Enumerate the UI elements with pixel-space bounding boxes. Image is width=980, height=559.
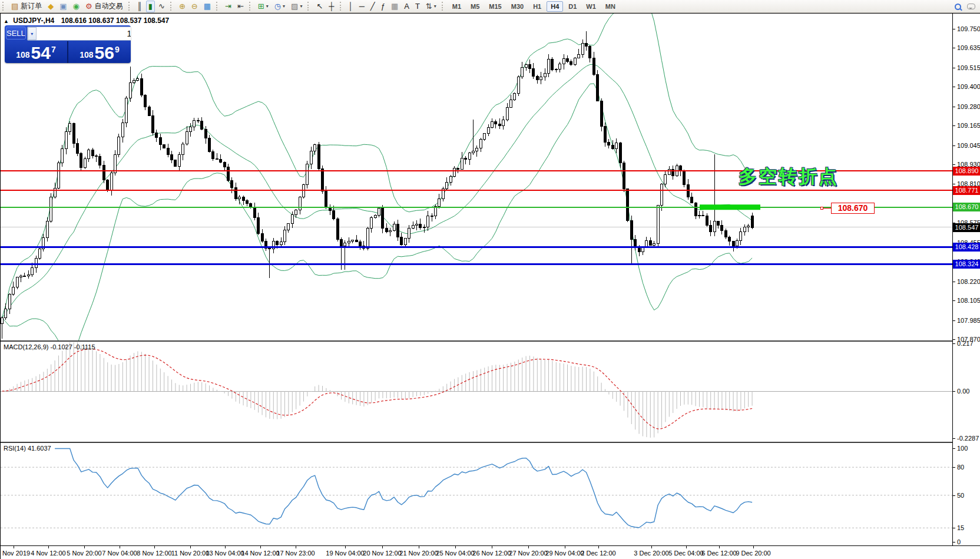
panel-separator-rsi[interactable] <box>1 442 980 443</box>
fibonacci-button[interactable]: ƒ <box>379 1 388 12</box>
tile-windows-button[interactable]: ▦ <box>201 1 213 12</box>
collapse-arrow-icon[interactable]: ▲ <box>4 18 9 24</box>
timeframe-h4-button[interactable]: H4 <box>547 1 563 12</box>
candle-body <box>355 240 357 242</box>
time-tick-label: 2 Dec 12:00 <box>581 550 615 557</box>
candle-body <box>529 65 531 68</box>
candle-body <box>204 130 207 138</box>
zoom-in-button[interactable]: ⊕ <box>177 1 188 12</box>
community-chat-icon[interactable] <box>967 4 975 9</box>
chart-shift-button[interactable]: ⇤ <box>235 1 246 12</box>
templates-button[interactable]: ▨▾ <box>289 1 304 12</box>
candle-body <box>555 70 557 70</box>
price-tick-label: 109.280 <box>957 103 980 110</box>
candle-body <box>310 151 312 164</box>
text-button[interactable]: A <box>402 1 412 12</box>
volume-stepper: ▾ ▴ <box>27 27 131 41</box>
chart-title: ▲ USDJPY-,H4 108.616 108.637 108.537 108… <box>4 16 169 25</box>
timeframe-m15-button[interactable]: M15 <box>485 1 505 12</box>
sell-price[interactable]: 108 54 7 <box>5 41 68 63</box>
price-tick-label: 109.635 <box>957 44 980 51</box>
candle-body <box>435 206 437 216</box>
rsi-panel-canvas[interactable] <box>1 444 952 545</box>
horizontal-line-icon: ─ <box>359 2 365 10</box>
data-window-icon: ▣ <box>59 2 67 10</box>
macd-histogram-bar <box>43 372 44 391</box>
time-tick <box>296 546 296 548</box>
horizontal-line-button[interactable]: ─ <box>357 1 367 12</box>
timeframe-m30-button[interactable]: M30 <box>507 1 528 12</box>
sell-button[interactable]: SELL <box>6 27 26 39</box>
time-axis[interactable]: 1 Nov 20194 Nov 12:005 Nov 20:007 Nov 04… <box>1 546 980 559</box>
auto-trading-button[interactable]: ⚙自动交易 <box>83 1 125 12</box>
candle-body <box>27 274 29 276</box>
trendline-button[interactable]: ╱ <box>368 1 378 12</box>
timeframe-m5-button[interactable]: M5 <box>466 1 484 12</box>
vertical-line-button[interactable]: │ <box>346 1 356 12</box>
templates-dropdown-icon[interactable]: ▾ <box>300 4 302 9</box>
periods-dropdown-icon[interactable]: ▾ <box>283 4 285 9</box>
time-tick <box>651 546 652 548</box>
axis-tick <box>953 339 955 340</box>
text-label-button[interactable]: T <box>413 1 422 12</box>
arrows-dropdown-icon[interactable]: ▾ <box>434 4 436 9</box>
price-tag: 108.428 <box>953 243 980 252</box>
timeframe-d1-button[interactable]: D1 <box>564 1 581 12</box>
new-order-button[interactable]: ▤新订单 <box>9 1 44 12</box>
macd-panel-canvas[interactable] <box>1 342 952 442</box>
timeframe-mn-button[interactable]: MN <box>601 1 620 12</box>
support-highlight-zone[interactable] <box>700 204 760 210</box>
macd-histogram-bar <box>696 391 696 406</box>
candle-body <box>491 122 494 128</box>
zoom-out-button[interactable]: ⊖ <box>189 1 200 12</box>
volume-input[interactable] <box>37 27 131 40</box>
cycle-lines-button[interactable]: ▦ <box>389 1 400 12</box>
market-watch-button[interactable]: ◆ <box>45 1 56 12</box>
new-chart-dropdown-icon[interactable]: ▾ <box>266 4 269 9</box>
price-tag: 108.547 <box>953 223 980 232</box>
crosshair-button[interactable]: ┼ <box>326 1 336 12</box>
volume-decrease-button[interactable]: ▾ <box>28 27 37 40</box>
candle-body <box>378 209 380 215</box>
candle-body <box>559 64 561 70</box>
candle-body <box>517 77 519 93</box>
bar-chart-button[interactable]: ║ <box>135 1 145 12</box>
periods-button[interactable]: ◷▾ <box>272 1 287 12</box>
new-chart-button[interactable]: ⊞▾ <box>256 1 271 12</box>
arrows-button[interactable]: ⇅▾ <box>423 1 439 12</box>
candle-body <box>668 169 670 174</box>
time-tick <box>492 546 492 548</box>
price-level-callout[interactable]: 108.670 <box>831 203 875 214</box>
auto-scroll-button[interactable]: ⇥ <box>223 1 234 12</box>
macd-histogram-bar <box>32 378 32 391</box>
time-tick <box>190 546 191 548</box>
candle-body <box>366 228 369 248</box>
timeframe-m1-button[interactable]: M1 <box>448 1 465 12</box>
candle-body <box>16 277 18 287</box>
price-tick-label: 109.750 <box>957 25 980 32</box>
panel-separator-macd[interactable] <box>1 340 980 342</box>
candlestick-chart-button[interactable]: ▮ <box>146 1 155 12</box>
search-icon[interactable] <box>955 4 961 10</box>
candle-body <box>740 231 742 241</box>
navigator-button[interactable]: ◉ <box>71 1 82 12</box>
macd-indicator-label: MACD(12,26,9) -0.1027 -0.1115 <box>4 343 95 350</box>
line-chart-button[interactable]: ∿ <box>156 1 167 12</box>
time-tick-label: 7 Nov 04:00 <box>102 550 137 557</box>
cursor-button[interactable]: ↖ <box>314 1 325 12</box>
candle-body <box>623 163 625 188</box>
macd-histogram-bar <box>81 345 81 391</box>
timeframe-h1-button[interactable]: H1 <box>529 1 545 12</box>
data-window-button[interactable]: ▣ <box>57 1 69 12</box>
macd-histogram-bar <box>382 391 383 398</box>
fibonacci-icon: ƒ <box>381 2 385 10</box>
buy-price[interactable]: 108 56 9 <box>68 41 131 63</box>
bollinger-lower-band[interactable] <box>2 84 753 341</box>
macd-histogram-bar <box>578 367 579 391</box>
timeframe-w1-button[interactable]: W1 <box>582 1 600 12</box>
price-scale[interactable]: 109.750109.635109.515109.400109.280109.1… <box>953 14 980 545</box>
macd-histogram-bar <box>428 391 428 393</box>
candle-body <box>461 158 463 170</box>
macd-histogram-bar <box>503 365 504 391</box>
axis-tick <box>953 495 955 496</box>
